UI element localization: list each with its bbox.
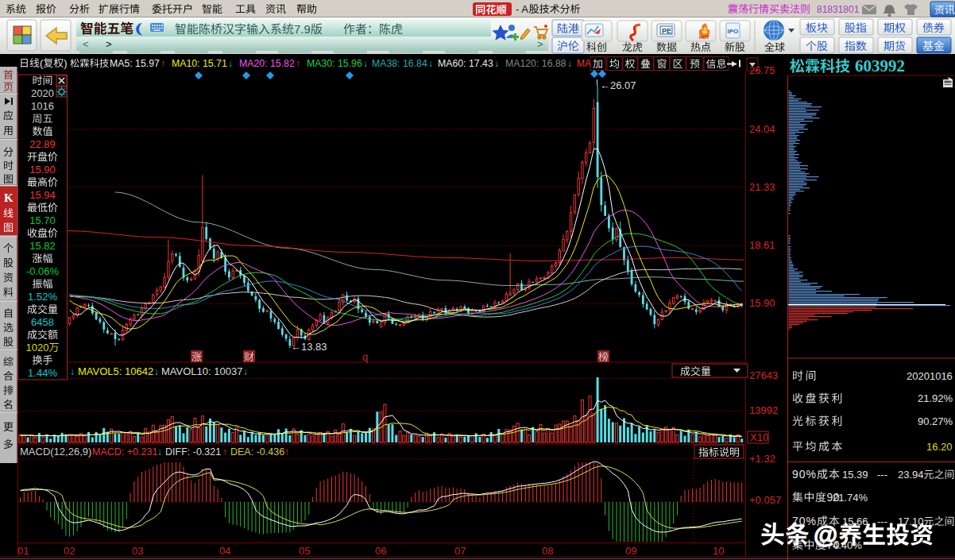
svg-text:MA120: 16.88: MA120: 16.88 <box>505 58 566 69</box>
svg-text:13992: 13992 <box>749 404 778 416</box>
svg-text:↓: ↓ <box>428 58 433 69</box>
svg-text:03: 03 <box>132 545 143 557</box>
svg-text:): ) <box>64 57 67 69</box>
svg-text:- A: - A <box>516 3 528 15</box>
svg-text:27643: 27643 <box>749 369 778 381</box>
svg-text:05: 05 <box>299 545 310 557</box>
svg-text:MAVOL5: 10642: MAVOL5: 10642 <box>78 365 153 377</box>
svg-text:15.94: 15.94 <box>29 189 56 201</box>
svg-text:K: K <box>4 191 14 204</box>
svg-text:6458: 6458 <box>31 316 54 328</box>
svg-text:1016: 1016 <box>31 100 54 112</box>
svg-text:15.90: 15.90 <box>749 297 775 309</box>
svg-text:MA5: 15.97: MA5: 15.97 <box>110 58 160 69</box>
svg-text:2020: 2020 <box>31 87 54 99</box>
svg-text:90%: 90% <box>792 468 817 481</box>
svg-text:(: ( <box>40 57 44 69</box>
svg-text:04: 04 <box>219 545 230 557</box>
svg-text:1.44%: 1.44% <box>28 367 57 379</box>
svg-text:21.74%: 21.74% <box>833 492 868 504</box>
svg-text:DEA: -0.436: DEA: -0.436 <box>230 446 284 458</box>
svg-text:20201016: 20201016 <box>907 370 953 382</box>
svg-text:16.20: 16.20 <box>926 441 953 453</box>
svg-text:↓: ↓ <box>70 366 75 377</box>
svg-text:PE: PE <box>662 27 671 35</box>
svg-text:↓: ↓ <box>154 366 159 377</box>
svg-text:MAVOL10: 10037: MAVOL10: 10037 <box>161 365 242 377</box>
svg-text:↓: ↓ <box>228 58 233 69</box>
svg-text:MA38: 16.84: MA38: 16.84 <box>372 58 427 69</box>
svg-text:X10: X10 <box>750 431 768 443</box>
svg-text:MACD(12,26,9): MACD(12,26,9) <box>20 446 91 458</box>
svg-text:+0.057: +0.057 <box>749 494 781 506</box>
svg-text:←13.83: ←13.83 <box>291 341 327 353</box>
svg-text:MACD: +0.231: MACD: +0.231 <box>92 446 157 458</box>
svg-text:15.82: 15.82 <box>29 240 56 252</box>
svg-text:10: 10 <box>713 545 724 557</box>
svg-text:22.89: 22.89 <box>29 138 56 150</box>
svg-text:06: 06 <box>375 545 386 557</box>
svg-text:↓: ↓ <box>363 58 368 69</box>
svg-text:HOT: HOT <box>699 35 709 40</box>
svg-text:21.92%: 21.92% <box>918 392 953 404</box>
svg-text:---: --- <box>877 516 887 527</box>
svg-text:81831801: 81831801 <box>817 4 860 15</box>
svg-text:MA30: 15.96: MA30: 15.96 <box>307 58 362 69</box>
svg-text:08: 08 <box>542 545 553 557</box>
svg-text:1020: 1020 <box>26 342 49 353</box>
svg-text:+1.32: +1.32 <box>749 453 775 465</box>
svg-text:IPO: IPO <box>728 28 739 35</box>
svg-text:<: < <box>83 38 89 50</box>
svg-text:09: 09 <box>625 545 636 557</box>
svg-text:15.39: 15.39 <box>842 469 868 481</box>
svg-text:07: 07 <box>454 545 466 557</box>
svg-text:1.52%: 1.52% <box>28 291 57 303</box>
svg-text:24.04: 24.04 <box>749 123 775 135</box>
svg-text:>: > <box>537 38 543 50</box>
svg-text:MA10: 15.71: MA10: 15.71 <box>172 58 227 69</box>
svg-text:MA60: 17.43: MA60: 17.43 <box>438 58 493 69</box>
svg-text:>: > <box>106 38 112 50</box>
svg-text:DIFF: -0.321: DIFF: -0.321 <box>165 446 221 458</box>
svg-text:21.33: 21.33 <box>749 181 775 193</box>
svg-text:02: 02 <box>64 545 75 557</box>
svg-text:↑: ↑ <box>296 58 300 69</box>
svg-text:↓: ↓ <box>243 366 248 377</box>
svg-text:15.90: 15.90 <box>29 164 56 176</box>
svg-text:---: --- <box>877 469 887 481</box>
svg-text:603992: 603992 <box>855 56 905 75</box>
svg-text:↑: ↑ <box>284 446 289 458</box>
svg-text:↑: ↑ <box>222 446 227 458</box>
svg-text:←26.07: ←26.07 <box>600 79 636 91</box>
svg-text:-0.06%: -0.06% <box>26 265 60 277</box>
svg-text:7.9: 7.9 <box>294 22 311 36</box>
svg-text:90.27%: 90.27% <box>918 415 953 427</box>
svg-text:↓: ↓ <box>567 58 572 69</box>
svg-text:26.75: 26.75 <box>749 64 775 76</box>
svg-text:18.61: 18.61 <box>749 239 775 251</box>
svg-text:23.94: 23.94 <box>898 469 924 481</box>
svg-text:MA20: 15.82: MA20: 15.82 <box>239 58 295 69</box>
svg-text:↑: ↑ <box>160 58 165 69</box>
svg-text:↓: ↓ <box>157 446 162 458</box>
svg-text:15.70: 15.70 <box>29 214 56 226</box>
svg-text:MA: MA <box>577 58 591 69</box>
svg-text:↓: ↓ <box>494 58 499 69</box>
svg-text:q: q <box>362 351 368 363</box>
svg-text:01: 01 <box>17 545 29 557</box>
svg-text:@: @ <box>814 521 837 549</box>
